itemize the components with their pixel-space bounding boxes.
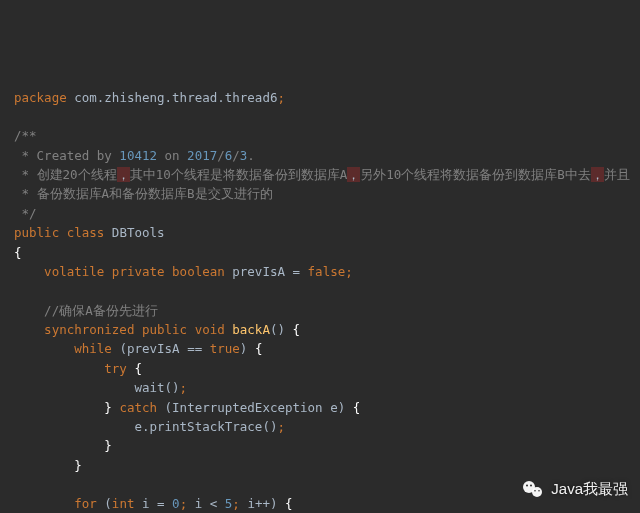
slash: / xyxy=(217,148,225,163)
keyword-void: void xyxy=(195,322,225,337)
svg-point-5 xyxy=(539,490,541,492)
var: prevIsA xyxy=(127,341,180,356)
paren-close: ) xyxy=(172,380,180,395)
javadoc-line: 其中10个线程是将数据备份到数据库A xyxy=(130,167,348,182)
paren-open: ( xyxy=(119,341,127,356)
wechat-icon xyxy=(521,477,545,501)
keyword-public: public xyxy=(142,322,187,337)
semicolon: ; xyxy=(345,264,353,279)
javadoc-line: * Created by xyxy=(14,148,119,163)
javadoc-year: 2017 xyxy=(187,148,217,163)
keyword-true: true xyxy=(210,341,240,356)
semicolon: ; xyxy=(232,496,240,511)
brace-open: { xyxy=(293,322,301,337)
paren-open: ( xyxy=(165,380,173,395)
op-inc: ++ xyxy=(255,496,270,511)
paren-open: ( xyxy=(104,496,112,511)
brace-open: { xyxy=(134,361,142,376)
keyword-package: package xyxy=(14,90,67,105)
keyword-volatile: volatile xyxy=(44,264,104,279)
exception-type: InterruptedException xyxy=(172,400,323,415)
javadoc-line: * 备份数据库A和备份数据库B是交叉进行的 xyxy=(14,186,273,201)
semicolon: ; xyxy=(277,90,285,105)
op-lt: < xyxy=(210,496,218,511)
highlight: ， xyxy=(591,167,604,182)
semicolon: ; xyxy=(277,419,285,434)
keyword-boolean: boolean xyxy=(172,264,225,279)
javadoc-number: 10412 xyxy=(119,148,157,163)
var-i: i xyxy=(247,496,255,511)
package-seg: thread xyxy=(172,90,217,105)
brace-close: } xyxy=(74,458,82,473)
op-eqeq: == xyxy=(187,341,202,356)
svg-point-2 xyxy=(526,485,528,487)
var: e xyxy=(134,419,142,434)
keyword-synchronized: synchronized xyxy=(44,322,134,337)
watermark-text: Java我最强 xyxy=(551,477,628,500)
package-seg: com xyxy=(74,90,97,105)
semicolon: ; xyxy=(180,496,188,511)
var-i: i xyxy=(195,496,203,511)
field-name: prevIsA xyxy=(232,264,285,279)
brace-open: { xyxy=(353,400,361,415)
javadoc-line: 并且 xyxy=(604,167,630,182)
highlight: ， xyxy=(117,167,130,182)
watermark: Java我最强 xyxy=(521,477,628,501)
equals: = xyxy=(293,264,301,279)
semicolon: ; xyxy=(180,380,188,395)
svg-point-4 xyxy=(535,490,537,492)
brace-open: { xyxy=(255,341,263,356)
dot: . xyxy=(217,90,225,105)
keyword-private: private xyxy=(112,264,165,279)
paren-close: ) xyxy=(240,341,248,356)
svg-point-3 xyxy=(530,485,532,487)
method-call: printStackTrace xyxy=(149,419,262,434)
equals: = xyxy=(157,496,165,511)
brace-close: } xyxy=(104,438,112,453)
keyword-for: for xyxy=(74,496,97,511)
slash: / xyxy=(232,148,240,163)
brace-close: } xyxy=(104,400,112,415)
svg-point-1 xyxy=(532,487,542,497)
keyword-int: int xyxy=(112,496,135,511)
package-seg: thread6 xyxy=(225,90,278,105)
number-zero: 0 xyxy=(172,496,180,511)
paren-close: ) xyxy=(270,496,278,511)
highlight: ， xyxy=(347,167,360,182)
paren-close: ) xyxy=(338,400,346,415)
javadoc-text: on xyxy=(157,148,187,163)
javadoc-line: 另外10个线程将数据备份到数据库B中去 xyxy=(360,167,591,182)
exception-var: e xyxy=(330,400,338,415)
keyword-while: while xyxy=(74,341,112,356)
class-name: DBTools xyxy=(112,225,165,240)
method-call: wait xyxy=(134,380,164,395)
paren-open: ( xyxy=(262,419,270,434)
package-seg: zhisheng xyxy=(104,90,164,105)
keyword-false: false xyxy=(308,264,346,279)
line-comment: //确保A备份先进行 xyxy=(44,303,158,318)
javadoc-line: * 创建20个线程 xyxy=(14,167,117,182)
brace-open: { xyxy=(14,245,22,260)
keyword-try: try xyxy=(104,361,127,376)
var-i: i xyxy=(142,496,150,511)
code-editor: package com.zhisheng.thread.thread6; /**… xyxy=(14,88,630,514)
method-name: backA xyxy=(232,322,270,337)
brace-open: { xyxy=(285,496,293,511)
keyword-class: class xyxy=(67,225,105,240)
keyword-catch: catch xyxy=(119,400,157,415)
dot: . xyxy=(165,90,173,105)
paren-open: ( xyxy=(165,400,173,415)
javadoc-open: /** xyxy=(14,128,37,143)
javadoc-close: */ xyxy=(14,206,37,221)
keyword-public: public xyxy=(14,225,59,240)
paren-close: ) xyxy=(277,322,285,337)
